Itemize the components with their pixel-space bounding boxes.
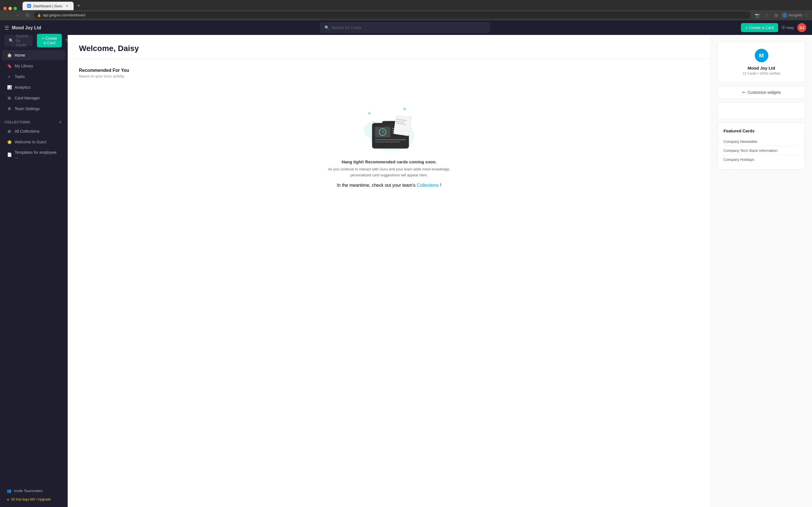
sidebar-footer: 👥 Invite Teammates ★ 30 trial days left … [0, 483, 68, 507]
svg-rect-15 [375, 139, 406, 140]
browser-chrome: G Dashboard | Guru ✕ + ‹ › ↻ 🔒 app.getgu… [0, 0, 812, 20]
sidebar-header: ☰ Mood Joy Ltd [0, 20, 68, 33]
collections-section-header: Collections + [0, 116, 68, 126]
tasks-icon: ✓ [7, 74, 12, 79]
sidebar-item-all-collections[interactable]: ⊞ All Collections [2, 126, 65, 136]
empty-state-title: Hang tight! Recommended cards coming soo… [321, 159, 457, 164]
incognito-label: Incognito [789, 13, 802, 17]
create-card-button[interactable]: + Create a Card [37, 34, 62, 47]
new-tab-button[interactable]: + [75, 2, 83, 10]
invite-teammates-button[interactable]: 👥 Invite Teammates [2, 487, 65, 495]
sidebar-item-label: Card Manager [15, 96, 40, 100]
customize-widgets-button[interactable]: ✏ Customize widgets [718, 86, 805, 99]
customize-label: Customize widgets [748, 90, 781, 95]
empty-state-text: Hang tight! Recommended cards coming soo… [321, 159, 457, 188]
welcome-title: Welcome, Daisy [79, 44, 699, 53]
reload-button[interactable]: ↻ [24, 11, 32, 19]
empty-widget [718, 102, 805, 119]
forward-button[interactable]: › [13, 11, 21, 19]
main-content: 🔍 Search for Cards + Create a Card ⓪ Hel… [68, 20, 812, 507]
back-button[interactable]: ‹ [3, 11, 11, 19]
sidebar-item-tasks[interactable]: ✓ Tasks [2, 71, 65, 82]
search-bar[interactable]: 🔍 Search for Cards [4, 35, 33, 46]
active-tab[interactable]: G Dashboard | Guru ✕ [22, 2, 73, 10]
recommended-title: Recommended For You [79, 68, 699, 73]
incognito-badge: 👤 Incognito [782, 12, 802, 18]
featured-card-item-2[interactable]: Company Tech Stack Information [723, 146, 799, 155]
sidebar-item-label: Templates for employee ... [15, 150, 61, 159]
cta-prefix: In the meantime, check out your team's [337, 183, 416, 187]
tab-close-icon[interactable]: ✕ [64, 4, 69, 8]
puzzle-icon[interactable]: ⊞ [772, 11, 780, 19]
browser-tabs: G Dashboard | Guru ✕ + [0, 0, 812, 10]
featured-cards-title: Featured Cards [723, 128, 799, 133]
content-wrapper: Welcome, Daisy Recommended For You Based… [68, 35, 812, 507]
collections-cta: In the meantime, check out your team's C… [321, 183, 457, 188]
sidebar-item-my-library[interactable]: 🔖 My Library [2, 61, 65, 71]
close-button[interactable] [3, 7, 7, 10]
sidebar-item-label: Tasks [15, 74, 25, 79]
minimize-button[interactable] [8, 7, 12, 10]
invite-icon: 👥 [7, 489, 11, 493]
empty-state-area: Hang tight! Recommended cards coming soo… [79, 85, 699, 197]
sidebar-item-analytics[interactable]: 📊 Analytics [2, 82, 65, 93]
lock-icon: 🔒 [37, 13, 41, 17]
right-panel: M Mood Joy Ltd 21 Cards • 100% verified … [711, 35, 812, 507]
help-circle-icon: ⓪ [781, 25, 785, 30]
svg-rect-16 [375, 142, 400, 143]
card-manager-icon: ⊞ [7, 96, 12, 101]
trial-upgrade-button[interactable]: ★ 30 trial days left • Upgrade [2, 495, 65, 504]
search-icon: 🔍 [9, 38, 13, 43]
recommended-subtitle: Based on your Guru activity. [79, 74, 699, 78]
topbar-actions: + Create a Card ⓪ Help DJ [741, 23, 806, 32]
org-avatar: M [755, 49, 768, 62]
sidebar-item-welcome[interactable]: 🌟 Welcome to Guru! [2, 137, 65, 147]
collections-link[interactable]: Collections [417, 183, 439, 187]
sidebar-item-templates[interactable]: 📄 Templates for employee ... [2, 148, 65, 162]
svg-point-2 [368, 112, 370, 114]
sidebar-item-card-manager[interactable]: ⊞ Card Manager [2, 93, 65, 103]
collections-label: Collections [4, 120, 31, 124]
sidebar-item-home[interactable]: 🏠 Home [2, 50, 65, 60]
templates-icon: 📄 [7, 152, 12, 157]
featured-card-item-1[interactable]: Company Newsletter [723, 137, 799, 146]
user-avatar-top[interactable]: DJ [797, 23, 806, 32]
sidebar-item-label: Analytics [15, 85, 31, 90]
svg-rect-17 [394, 116, 412, 136]
featured-card-item-3[interactable]: Company Holidays [723, 155, 799, 164]
pencil-icon: ✏ [742, 90, 746, 95]
home-icon: 🏠 [7, 53, 12, 58]
invite-label: Invite Teammates [14, 489, 43, 493]
traffic-lights [3, 7, 17, 10]
address-bar[interactable]: 🔒 app.getguru.com/dashboard [34, 11, 751, 19]
sidebar-item-team-settings[interactable]: ⚙ Team Settings [2, 104, 65, 114]
maximize-button[interactable] [13, 7, 17, 10]
help-label-top: Help [786, 25, 794, 30]
hamburger-icon[interactable]: ☰ [4, 25, 9, 31]
main-panel: Recommended For You Based on your Guru a… [68, 59, 711, 206]
sidebar-item-label: Welcome to Guru! [15, 140, 47, 144]
more-options-button[interactable]: ⋮ [804, 13, 809, 18]
app-topbar: 🔍 Search for Cards + Create a Card ⓪ Hel… [68, 20, 812, 35]
sidebar: ☰ Mood Joy Ltd 🔍 Search for Cards + Crea… [0, 20, 68, 507]
add-collection-button[interactable]: + [57, 119, 63, 125]
star-icon[interactable]: ☆ [763, 11, 770, 19]
browser-toolbar: ‹ › ↻ 🔒 app.getguru.com/dashboard 📷 ☆ ⊞ … [0, 10, 812, 20]
svg-point-3 [403, 108, 406, 110]
main-header: Welcome, Daisy [68, 35, 711, 59]
search-bar-top[interactable]: 🔍 Search for Cards [320, 22, 490, 33]
app: ☰ Mood Joy Ltd 🔍 Search for Cards + Crea… [0, 20, 812, 507]
help-btn-top[interactable]: ⓪ Help [781, 25, 794, 30]
camera-icon[interactable]: 📷 [753, 11, 761, 19]
org-widget: M Mood Joy Ltd 21 Cards • 100% verified [718, 42, 805, 82]
search-placeholder-top: Search for Cards [332, 25, 361, 30]
sidebar-item-label: My Library [15, 64, 33, 68]
svg-point-5 [373, 121, 374, 122]
empty-state-body: As you continue to interact with Guru an… [321, 166, 457, 178]
create-card-btn-top[interactable]: + Create a Card [741, 23, 778, 32]
sidebar-item-label: Team Settings [15, 107, 40, 111]
sidebar-nav: 🏠 Home 🔖 My Library ✓ Tasks 📊 Analytics … [0, 48, 68, 483]
all-collections-icon: ⊞ [7, 129, 12, 134]
team-settings-icon: ⚙ [7, 106, 12, 111]
search-icon-top: 🔍 [324, 25, 329, 30]
